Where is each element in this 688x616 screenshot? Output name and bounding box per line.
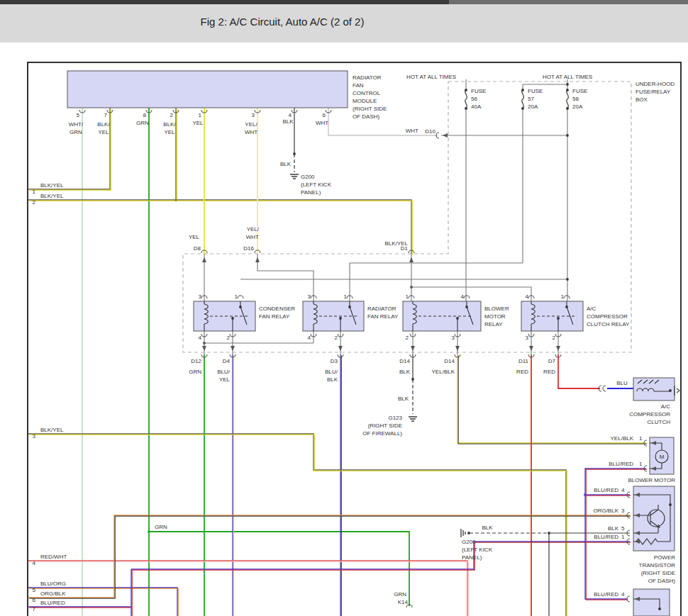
svg-text:YEL: YEL [192,120,204,126]
d16-label: D16 [243,245,254,252]
svg-text:YEL: YEL [189,234,200,240]
svg-text:5: 5 [621,525,625,532]
wire-blk-yel-1 [28,108,111,190]
svg-text:COMPRESSOR: COMPRESSOR [629,411,670,418]
svg-text:RED/WHT: RED/WHT [40,554,67,560]
svg-text:CONTROL: CONTROL [353,90,381,96]
wire-blu-yel-d4 [233,354,233,616]
svg-text:ORG/BLK: ORG/BLK [593,508,618,514]
wiring-diagram: RADIATOR FAN CONTROL MODULE (RIGHT SIDE … [0,0,688,616]
svg-text:WHT: WHT [245,129,257,135]
wire-blu-red-7 [28,542,631,616]
svg-text:GRN: GRN [70,129,82,135]
svg-text:(RIGHT SIDE: (RIGHT SIDE [353,106,387,112]
svg-text:MODULE: MODULE [353,98,377,104]
svg-text:BLU/RED: BLU/RED [594,487,618,493]
d10-label: D10 [425,128,435,135]
svg-text:BLK: BLK [327,376,338,383]
svg-text:1: 1 [621,534,625,540]
wire-org-blk-6 [28,515,631,598]
svg-text:1: 1 [235,293,238,300]
svg-text:OF DASH): OF DASH) [648,578,676,584]
wire-blu-blk-d3 [340,354,341,616]
svg-text:YEL/BLK: YEL/BLK [611,435,634,442]
svg-text:3: 3 [33,433,36,439]
svg-text:BLK/YEL: BLK/YEL [385,240,409,247]
svg-text:FAN RELAY: FAN RELAY [367,313,399,320]
fuse-58: FUSE [572,88,587,94]
svg-text:40A: 40A [471,103,482,110]
svg-text:BOX: BOX [636,96,648,103]
svg-text:OF DASH): OF DASH) [353,113,380,120]
svg-text:BLK/: BLK/ [163,121,176,128]
svg-text:BLU/: BLU/ [325,369,338,375]
wire-blk-yel-2 [28,108,412,254]
svg-text:RED: RED [516,369,528,375]
hot-at-all-times-left: HOT AT ALL TIMES [406,74,456,80]
svg-text:7: 7 [33,606,36,612]
d14-blk-label: D14 [399,358,410,364]
pin-number: 5 [77,112,80,118]
wire-grn-main [149,108,409,616]
svg-text:4: 4 [308,335,311,341]
left-wire-label: BLK/YEL [40,182,64,189]
d11-label: D11 [518,358,529,364]
fuse-57: FUSE [528,88,543,94]
k14-label: K14 [398,599,409,605]
svg-text:7: 7 [104,112,108,118]
fuse-56: FUSE [471,88,486,94]
svg-text:3: 3 [308,293,311,300]
svg-text:20A: 20A [528,103,538,110]
power-transistor-label: POWER [654,554,675,561]
svg-text:4: 4 [199,335,202,341]
grn-branch-label: GRN [155,524,167,530]
svg-text:4: 4 [461,293,465,300]
svg-text:(RIGHT SIDE: (RIGHT SIDE [368,422,402,429]
svg-text:2: 2 [553,335,556,341]
svg-text:WHT: WHT [316,120,328,126]
d8-label: D8 [194,245,201,252]
svg-text:20A: 20A [572,103,583,110]
g200-blk-label: BLK [280,161,292,167]
svg-text:YEL: YEL [98,129,109,135]
ac-compressor-clutch [633,378,679,401]
svg-text:PANEL): PANEL) [462,554,482,561]
g200-top-label: G200 [301,174,315,180]
d14-yelblk-label: D14 [444,358,455,364]
svg-text:BLK: BLK [282,118,294,125]
svg-text:2: 2 [227,335,231,341]
svg-text:RED: RED [543,369,555,375]
svg-text:BLU/RED: BLU/RED [609,461,633,467]
svg-text:A/C: A/C [587,306,597,312]
svg-text:BLU/ORG: BLU/ORG [40,581,66,587]
hot-at-all-times-right: HOT AT ALL TIMES [543,74,592,80]
svg-text:1: 1 [344,293,348,300]
svg-text:FAN: FAN [353,82,364,89]
wire-blk-g200-solid [549,533,630,616]
svg-text:GRN: GRN [394,591,406,598]
svg-text:YEL/BLK: YEL/BLK [432,369,455,375]
svg-text:3: 3 [199,293,202,300]
svg-text:4: 4 [33,560,36,566]
underhood-box-label: UNDER-HOOD [636,81,675,87]
svg-text:BLOWER: BLOWER [484,306,509,312]
svg-text:WHT: WHT [246,234,259,240]
svg-text:BLU/: BLU/ [217,369,231,375]
svg-text:BLK/YEL: BLK/YEL [40,427,64,433]
g123-label: G123 [388,415,402,421]
svg-text:BLK: BLK [398,396,409,402]
svg-text:BLK/: BLK/ [97,121,110,128]
svg-text:6: 6 [323,112,326,118]
svg-text:4: 4 [621,487,625,493]
svg-text:YEL: YEL [164,129,175,135]
svg-text:GRN: GRN [136,120,149,126]
d4-label: D4 [223,358,231,364]
svg-text:1: 1 [199,112,202,118]
svg-text:(LEFT KICK: (LEFT KICK [462,547,493,553]
svg-text:CLUTCH RELAY: CLUTCH RELAY [587,321,630,327]
svg-text:2: 2 [406,335,409,341]
svg-text:3: 3 [252,112,255,118]
svg-text:(LEFT KICK: (LEFT KICK [301,181,332,188]
svg-text:4: 4 [526,293,529,300]
svg-text:OF FIREWALL): OF FIREWALL) [362,430,402,437]
